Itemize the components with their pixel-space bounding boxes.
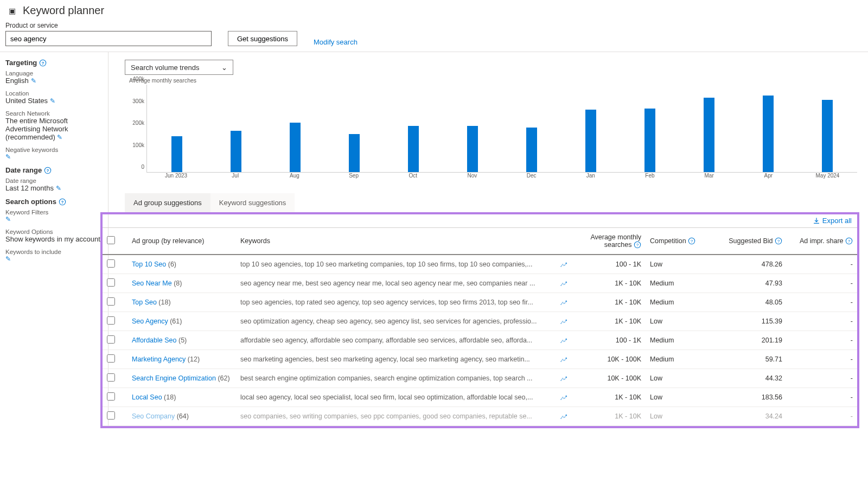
language-label: Language: [5, 70, 103, 77]
tab-adgroup-suggestions[interactable]: Ad group suggestions: [125, 193, 210, 212]
y-tick: 300k: [132, 98, 144, 104]
pencil-icon[interactable]: ✎: [50, 97, 55, 105]
competition-cell: Low: [646, 369, 711, 388]
info-icon[interactable]: ?: [775, 237, 782, 245]
export-all-link[interactable]: Export all: [813, 217, 852, 225]
trend-icon[interactable]: [560, 299, 567, 306]
volume-chart: 0100k200k300k400k Jun 2023JulAugSepOctNo…: [125, 85, 859, 182]
product-service-input[interactable]: [5, 31, 212, 46]
keywords-cell: affordable seo agency, affordable seo co…: [236, 331, 556, 350]
daterange-title: Date range: [5, 166, 42, 174]
adgroup-count: (5): [178, 336, 187, 344]
competition-cell: Low: [646, 312, 711, 331]
svg-text:?: ?: [61, 199, 64, 204]
y-tick: 400k: [132, 76, 144, 82]
table-row: Affordable Seo (5) affordable seo agency…: [103, 331, 857, 350]
chart-type-dropdown[interactable]: Search volume trends ⌄: [125, 60, 233, 75]
adgroup-link[interactable]: Affordable Seo: [132, 336, 176, 344]
table-row: Seo Company (64) seo companies, seo writ…: [103, 407, 857, 426]
adgroup-count: (6): [168, 261, 176, 268]
adgroup-link[interactable]: Search Engine Optimization: [132, 374, 216, 382]
avg-searches-cell: 1K - 10K: [575, 407, 646, 426]
pencil-icon[interactable]: ✎: [31, 77, 36, 85]
chart-type-value: Search volume trends: [131, 63, 199, 72]
impr-share-cell: -: [787, 274, 857, 293]
impr-share-cell: -: [787, 350, 857, 369]
bid-cell: 115.39: [711, 312, 787, 331]
keywords-cell: seo marketing agencies, best seo marketi…: [236, 350, 556, 369]
pencil-icon[interactable]: ✎: [5, 215, 11, 223]
trend-icon[interactable]: [560, 261, 567, 268]
col-impr-share[interactable]: Ad impr. share: [800, 237, 844, 245]
keywords-cell: seo agency near me, best seo agency near…: [236, 274, 556, 293]
adgroup-link[interactable]: Local Seo: [132, 393, 162, 401]
trend-icon[interactable]: [560, 317, 567, 325]
adgroup-link[interactable]: Marketing Agency: [132, 355, 186, 363]
adgroup-link[interactable]: Top 10 Seo: [132, 261, 166, 268]
chart-bar: [171, 136, 182, 172]
adgroup-link[interactable]: Seo Near Me: [132, 280, 172, 287]
trend-icon[interactable]: [560, 412, 567, 420]
col-keywords[interactable]: Keywords: [236, 227, 556, 255]
adgroup-link[interactable]: Seo Company: [132, 412, 175, 420]
impr-share-cell: -: [787, 331, 857, 350]
adgroup-count: (12): [188, 355, 200, 363]
row-checkbox[interactable]: [107, 392, 115, 401]
daterange-label: Date range: [5, 177, 103, 184]
bid-cell: 201.19: [711, 331, 787, 350]
collapse-icon[interactable]: ▣: [5, 7, 18, 15]
info-icon[interactable]: ?: [59, 198, 66, 206]
trend-icon[interactable]: [560, 280, 567, 287]
info-icon[interactable]: ?: [688, 237, 695, 245]
avg-searches-cell: 10K - 100K: [575, 350, 646, 369]
adgroup-count: (8): [174, 280, 182, 287]
svg-text:?: ?: [42, 60, 44, 65]
info-icon[interactable]: ?: [39, 59, 47, 67]
x-tick: Sep: [324, 173, 384, 182]
select-all-checkbox[interactable]: [107, 236, 115, 244]
trend-icon[interactable]: [560, 355, 567, 363]
modify-search-link[interactable]: Modify search: [314, 38, 358, 46]
avg-searches-cell: 10K - 100K: [575, 369, 646, 388]
x-tick: Jan: [561, 173, 620, 182]
adgroup-link[interactable]: Top Seo: [132, 299, 157, 306]
bid-cell: 478.26: [711, 255, 787, 274]
y-tick: 200k: [132, 120, 144, 126]
svg-text:?: ?: [848, 239, 851, 244]
info-icon[interactable]: ?: [44, 167, 52, 174]
pencil-icon[interactable]: ✎: [56, 185, 61, 192]
row-checkbox[interactable]: [107, 297, 115, 306]
tab-keyword-suggestions[interactable]: Keyword suggestions: [210, 193, 295, 212]
adgroup-count: (62): [218, 374, 229, 382]
svg-text:?: ?: [691, 239, 693, 244]
pencil-icon[interactable]: ✎: [5, 255, 11, 263]
row-checkbox[interactable]: [107, 373, 115, 382]
info-icon[interactable]: ?: [845, 237, 853, 245]
y-tick: 100k: [132, 142, 144, 148]
bid-cell: 47.93: [711, 274, 787, 293]
pencil-icon[interactable]: ✎: [57, 134, 62, 141]
col-suggested-bid[interactable]: Suggested Bid: [729, 237, 773, 245]
trend-icon[interactable]: [560, 336, 567, 344]
x-tick: Mar: [680, 173, 739, 182]
info-icon[interactable]: ?: [634, 241, 641, 249]
pencil-icon[interactable]: ✎: [5, 153, 11, 161]
trend-icon[interactable]: [560, 393, 567, 401]
row-checkbox[interactable]: [107, 354, 115, 363]
competition-cell: Medium: [646, 350, 711, 369]
col-adgroup[interactable]: Ad group (by relevance): [127, 227, 236, 255]
impr-share-cell: -: [787, 312, 857, 331]
adgroup-count: (64): [177, 412, 189, 420]
row-checkbox[interactable]: [107, 335, 115, 344]
row-checkbox[interactable]: [107, 316, 115, 325]
adgroup-link[interactable]: Seo Agency: [132, 317, 168, 325]
row-checkbox[interactable]: [107, 278, 115, 287]
get-suggestions-button[interactable]: Get suggestions: [228, 31, 297, 46]
trend-icon[interactable]: [560, 374, 567, 382]
network-label: Search Network: [5, 110, 103, 117]
col-competition[interactable]: Competition: [650, 237, 686, 245]
row-checkbox[interactable]: [107, 411, 115, 420]
row-checkbox[interactable]: [107, 259, 115, 268]
chart-bar: [408, 126, 419, 172]
avg-searches-cell: 1K - 10K: [575, 274, 646, 293]
